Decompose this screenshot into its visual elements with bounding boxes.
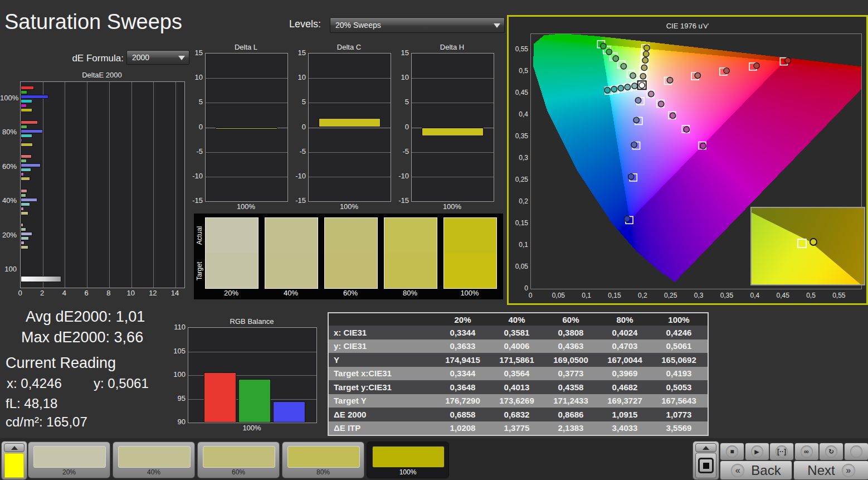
bar (21, 245, 28, 249)
bar (21, 172, 24, 176)
swatch-label: 100% (443, 289, 496, 297)
continuous-icon: ∞ (801, 445, 813, 458)
table-cell: 165,0692 (652, 355, 706, 365)
axis-tick-label: 0,25 (661, 292, 681, 299)
axis-tick-label: 0,35 (511, 132, 528, 140)
axis-tick-label: 0 (511, 284, 528, 292)
cie-chart-title: CIE 1976 u'v' (509, 22, 866, 30)
gridline (412, 152, 494, 153)
single-measure-button[interactable] (695, 453, 716, 478)
axis-tick-label: 8 (103, 289, 114, 297)
gridline (412, 78, 494, 79)
axis-tick-label: 95 (170, 394, 186, 403)
sweep-button-100%[interactable]: 100% (367, 442, 449, 478)
next-button[interactable]: Next » (793, 460, 868, 480)
table-cell: 2,1383 (544, 423, 598, 433)
next-button-label: Next (807, 463, 835, 478)
bar (21, 86, 34, 90)
table-row-label: ΔE 2000 (329, 410, 436, 419)
sweep-button-60%[interactable]: 60% (197, 442, 280, 478)
axis-tick-label: 0,15 (511, 219, 528, 227)
table-cell: 3,5569 (652, 423, 706, 433)
axis-tick-label: 0,15 (604, 292, 625, 299)
bar (319, 118, 381, 128)
gridline (175, 82, 176, 288)
actual-target-swatch-panel: Actual Target 20%40%60%80%100% (194, 214, 503, 299)
table-cell: 1,0915 (598, 410, 652, 419)
square-icon (698, 458, 714, 473)
delta-l-chart (205, 53, 288, 202)
stop-icon: ■ (726, 445, 738, 458)
loop-button[interactable]: ↻ (819, 443, 843, 460)
current-color-swatch (4, 453, 24, 478)
sweep-color-chip (118, 446, 191, 468)
bar (21, 202, 30, 206)
continuous-button[interactable]: ∞ (794, 443, 819, 460)
blank-button[interactable] (844, 443, 868, 460)
table-row: Y174,9415171,5861169,0500167,0044165,069… (329, 353, 708, 367)
bar (21, 168, 31, 172)
bar (21, 236, 29, 240)
avg-de2000-readout: Avg dE2000: 1,01 (26, 308, 145, 326)
expand-up-button[interactable] (4, 443, 25, 452)
sweep-button-40%[interactable]: 40% (113, 442, 195, 478)
de-formula-dropdown[interactable]: 2000 (126, 50, 189, 65)
axis-tick-label: 5 (188, 98, 203, 106)
gridline (43, 82, 43, 288)
table-cell: 0,4193 (652, 369, 706, 378)
expand-up-button[interactable] (695, 443, 716, 452)
current-reading-y: y: 0,5061 (94, 376, 149, 391)
axis-tick-label: 0,4 (511, 110, 528, 118)
de-formula-label: dE Formula: (62, 53, 124, 64)
swatch-label: 60% (324, 289, 377, 297)
blank-icon (850, 445, 862, 458)
delta-l-x-label: 100% (205, 202, 287, 211)
axis-tick-label: 10 (394, 73, 409, 81)
delta-h-y-axis: 151050-5-10-15 (393, 53, 410, 201)
sweep-button-20%[interactable]: 20% (28, 442, 110, 478)
sweep-color-chip (372, 446, 445, 468)
levels-dropdown[interactable]: 20% Sweeps (330, 17, 505, 33)
bar (216, 128, 277, 129)
delta-c-y-axis: 151050-5-10-15 (290, 53, 307, 201)
actual-target-swatch (324, 217, 378, 289)
chevron-down-icon (178, 56, 185, 60)
axis-tick-label: 10 (125, 289, 136, 297)
group-label: 100 (0, 265, 17, 273)
group-label: 80% (0, 128, 17, 136)
delta-c-chart (308, 53, 391, 202)
play-button[interactable]: ▶ (745, 443, 769, 460)
sweep-button-80%[interactable]: 80% (282, 442, 364, 478)
back-button-label: Back (751, 463, 781, 478)
table-cell: 171,2433 (544, 396, 598, 405)
table-cell: 0,4006 (490, 341, 544, 351)
axis-tick-label: 6 (81, 289, 92, 297)
group-label: 60% (0, 162, 17, 171)
table-header-cell: 60% (544, 315, 598, 324)
bar (21, 163, 41, 167)
axis-tick-label: 0,35 (716, 292, 737, 299)
bar (21, 120, 38, 124)
gridline (206, 177, 287, 177)
gridline (309, 103, 391, 103)
axis-tick-label: 10 (188, 73, 203, 81)
axis-tick-label: 0 (188, 123, 203, 131)
range-button[interactable]: [··] (769, 443, 794, 460)
table-cell: 169,3727 (598, 396, 652, 405)
current-color-panel (1, 441, 27, 480)
table-cell: 0,4363 (544, 341, 598, 351)
table-row: ΔE ITP1,02081,37752,13833,40333,5569 (329, 421, 708, 435)
table-cell: 0,6832 (490, 410, 544, 419)
gridline (87, 82, 87, 288)
bar (273, 401, 305, 423)
gridline (206, 152, 287, 153)
table-cell: 3,4033 (598, 423, 652, 433)
current-reading-cdm2: cd/m²: 165,07 (6, 414, 87, 430)
stop-button[interactable]: ■ (720, 443, 744, 460)
back-button[interactable]: « Back (720, 460, 792, 480)
triangle-up-icon (11, 446, 18, 450)
table-row: ΔE 20000,68580,68320,86861,09151,0773 (329, 408, 708, 421)
target-row-label: Target (196, 254, 203, 288)
axis-tick-label: -10 (291, 172, 306, 180)
delta-c-title: Delta C (308, 43, 390, 51)
